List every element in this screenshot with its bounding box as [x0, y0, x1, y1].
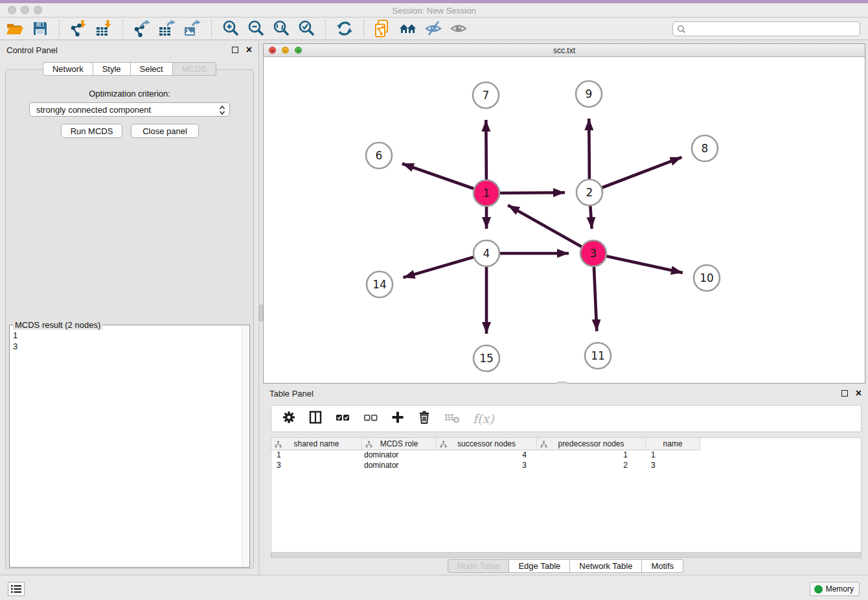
tab-motifs[interactable]: Motifs [642, 559, 683, 573]
export-image-icon[interactable] [183, 19, 202, 38]
open-session-icon[interactable] [5, 19, 25, 38]
table-panel-header: Table Panel × [263, 384, 868, 403]
column-header-mcds-role[interactable]: MCDS role [362, 438, 437, 450]
cell-predecessor-nodes[interactable]: 1 [537, 450, 646, 461]
export-network-icon[interactable] [132, 19, 152, 38]
graph-node-label: 6 [376, 149, 383, 162]
tab-network[interactable]: Network [43, 62, 93, 76]
toolbar-separator [122, 19, 123, 38]
graph-node-label: 7 [483, 89, 490, 102]
create-column-icon[interactable] [391, 410, 405, 427]
graph-edge-3-1[interactable] [508, 205, 593, 253]
table-bottom-strip [271, 553, 862, 558]
cell-successor-nodes[interactable]: 3 [437, 461, 537, 471]
import-network-icon[interactable] [69, 19, 88, 38]
tab-style[interactable]: Style [93, 62, 131, 76]
control-panel-header: Control Panel × [0, 40, 258, 60]
network-window-titlebar[interactable]: × − + scc.txt [264, 44, 865, 57]
zoom-selected-icon[interactable] [297, 19, 316, 38]
graph-node-label: 9 [586, 87, 593, 100]
table-row[interactable]: 3 dominator 3 2 3 [271, 461, 861, 471]
cell-predecessor-nodes[interactable]: 2 [537, 461, 646, 471]
search-input[interactable] [687, 23, 860, 35]
window-titlebar: Session: New Session [0, 0, 868, 17]
graph-node-label: 2 [586, 186, 593, 199]
cell-shared-name[interactable]: 3 [271, 461, 362, 471]
zoom-out-icon[interactable] [246, 19, 266, 38]
memory-button[interactable]: Memory [810, 582, 860, 596]
function-builder-icon[interactable]: f(x) [473, 411, 494, 426]
save-session-icon[interactable] [30, 19, 50, 38]
import-table-icon[interactable] [94, 19, 113, 38]
window-title: Session: New Session [0, 6, 868, 16]
criterion-dropdown[interactable]: strongly connected component [29, 102, 230, 117]
mcds-result-title: MCDS result (2 nodes) [13, 320, 102, 330]
main-toolbar [0, 17, 868, 40]
table-header-row: shared name MCDS role successor nodes pr… [271, 438, 861, 450]
graph-node-label: 3 [590, 247, 597, 260]
zoom-in-icon[interactable] [221, 19, 240, 38]
search-field[interactable] [672, 21, 860, 36]
graph-edge-2-8[interactable] [589, 157, 682, 192]
criterion-value: strongly connected component [36, 105, 151, 115]
column-header-predecessor-nodes[interactable]: predecessor nodes [537, 438, 646, 450]
graph-node-label: 8 [702, 142, 709, 155]
cell-name[interactable]: 3 [646, 461, 700, 471]
cell-shared-name[interactable]: 1 [271, 450, 362, 461]
search-icon [676, 24, 687, 34]
mcds-result-box [9, 325, 250, 568]
cell-name[interactable]: 1 [646, 450, 700, 461]
network-window: × − + scc.txt 7968124314101511 [263, 43, 865, 384]
show-all-icon[interactable] [449, 19, 468, 38]
zoom-fit-icon[interactable] [271, 19, 291, 38]
clone-network-icon[interactable] [373, 19, 393, 38]
tab-edge-table[interactable]: Edge Table [509, 559, 570, 573]
table-row[interactable]: 1 dominator 4 1 1 [271, 450, 861, 461]
mcds-result-text[interactable]: 1 3 [13, 330, 17, 352]
network-window-title: scc.txt [264, 46, 865, 55]
graph-node-label: 11 [591, 349, 605, 362]
graph-node-label: 4 [483, 247, 490, 260]
cell-successor-nodes[interactable]: 4 [437, 450, 537, 461]
graph-node-label: 14 [372, 278, 387, 291]
tab-node-table[interactable]: Node Table [448, 559, 510, 573]
control-panel-title: Control Panel [6, 45, 58, 55]
chevron-up-down-icon [219, 105, 225, 115]
hide-selected-icon[interactable] [424, 19, 443, 38]
show-column-icon[interactable] [308, 410, 323, 427]
network-graph[interactable]: 7968124314101511 [264, 57, 865, 383]
delete-table-icon[interactable] [444, 410, 461, 427]
unselect-all-columns-icon[interactable] [363, 410, 378, 427]
select-all-columns-icon[interactable] [335, 410, 350, 427]
toolbar-separator [363, 19, 364, 38]
tab-network-table[interactable]: Network Table [570, 559, 642, 573]
optimization-criterion-label: Optimization criterion: [0, 89, 259, 98]
column-header-name[interactable]: name [646, 438, 700, 450]
float-table-panel-icon[interactable] [841, 390, 848, 397]
export-table-icon[interactable] [157, 19, 177, 38]
column-header-shared-name[interactable]: shared name [271, 438, 362, 450]
close-panel-icon[interactable]: × [246, 47, 252, 53]
window-top-accent [0, 0, 868, 3]
control-panel-tabs: Network Style Select MCDS [0, 62, 259, 76]
status-bar: Memory [0, 575, 868, 600]
status-list-button[interactable] [8, 582, 25, 596]
toolbar-separator [211, 19, 212, 38]
float-panel-icon[interactable] [232, 47, 238, 53]
delete-columns-icon[interactable] [417, 410, 431, 427]
result-scrollbar[interactable] [242, 326, 249, 566]
run-mcds-button[interactable]: Run MCDS [61, 124, 122, 138]
close-panel-button[interactable]: Close panel [131, 124, 199, 138]
first-neighbors-icon[interactable] [398, 19, 418, 38]
cell-mcds-role[interactable]: dominator [362, 450, 437, 461]
apply-preferred-layout-icon[interactable] [335, 19, 354, 38]
close-table-panel-icon[interactable]: × [856, 390, 862, 397]
cell-mcds-role[interactable]: dominator [362, 461, 437, 471]
tab-select[interactable]: Select [131, 62, 173, 76]
tab-mcds[interactable]: MCDS [173, 62, 216, 76]
table-tabs: Node Table Edge Table Network Table Moti… [263, 559, 868, 573]
table-options-icon[interactable] [282, 410, 296, 427]
table-toolbar: f(x) [271, 405, 862, 432]
list-icon [10, 584, 22, 594]
column-header-successor-nodes[interactable]: successor nodes [437, 438, 537, 450]
